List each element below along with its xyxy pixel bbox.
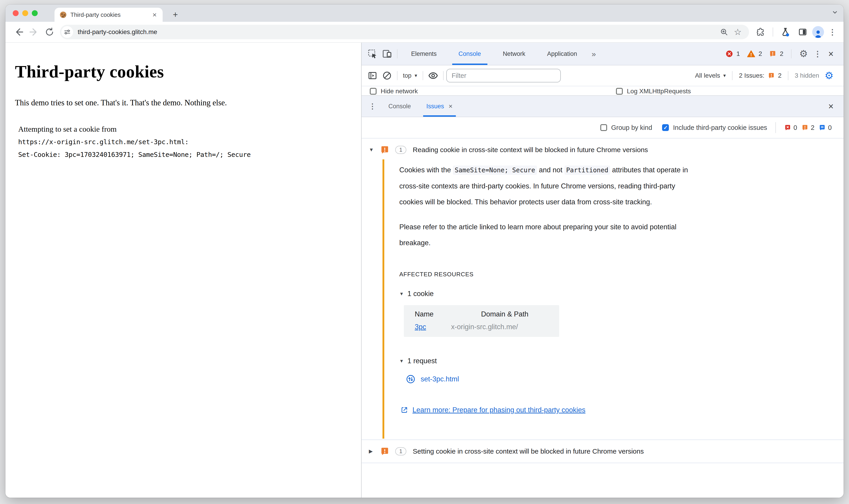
close-window-button[interactable]	[13, 10, 19, 16]
more-tabs-icon[interactable]: »	[588, 50, 600, 58]
checkbox-checked-icon[interactable]: ✓	[662, 124, 669, 131]
address-bar[interactable]: third-party-cookies.glitch.me ☆	[60, 25, 749, 39]
console-toolbar: top ▾ All levels	[361, 66, 844, 86]
divider	[423, 71, 423, 80]
device-toolbar-icon[interactable]	[380, 47, 394, 61]
issue-title[interactable]: Reading cookie in cross-site context wil…	[413, 146, 648, 154]
extensions-icon[interactable]	[753, 24, 768, 40]
external-link-icon	[400, 406, 408, 414]
request-group-label: 1 request	[407, 357, 437, 365]
learn-more-link[interactable]: Learn more: Prepare for phasing out thir…	[412, 406, 585, 414]
triangle-right-icon[interactable]: ▶	[369, 448, 375, 454]
profile-avatar[interactable]	[812, 26, 824, 38]
checkbox-unchecked-icon[interactable]	[370, 88, 376, 95]
triangle-down-icon[interactable]: ▼	[399, 291, 404, 296]
issue-title[interactable]: Setting cookie in cross-site context wil…	[413, 448, 644, 455]
drawer-tab-bar: ⋮ Console Issues × ×	[361, 95, 844, 117]
divider	[732, 71, 732, 80]
affected-resources-heading: AFFECTED RESOURCES	[399, 271, 825, 278]
zoom-window-button[interactable]	[32, 10, 38, 16]
new-tab-button[interactable]: +	[169, 8, 182, 21]
divider	[397, 49, 397, 58]
issues-counter[interactable]: 2 Issues: 2	[739, 72, 781, 79]
inspect-element-icon[interactable]	[365, 47, 380, 61]
site-settings-icon[interactable]	[61, 26, 73, 38]
code-samesite: SameSite=None; Secure	[453, 165, 537, 175]
tab-application[interactable]: Application	[536, 43, 588, 65]
error-icon[interactable]	[725, 50, 733, 58]
live-expression-eye-icon[interactable]	[426, 68, 440, 83]
attempt-line: Attempting to set a cookie from	[18, 123, 352, 136]
issue-row-expanded[interactable]: ▼ 1 Reading cookie in cross-site context…	[361, 139, 844, 159]
issues-toolbar: Group by kind ✓ Include third-party cook…	[361, 117, 844, 139]
console-toolbar-right: All levels ▾ 2 Issues: 2 3 hidden ⚙	[695, 71, 834, 80]
clear-console-icon[interactable]	[380, 68, 394, 83]
experiments-flask-icon[interactable]	[778, 24, 793, 40]
console-filter-input[interactable]	[446, 69, 561, 83]
reload-icon[interactable]	[42, 24, 57, 40]
devtools-panel: Elements Console Network Application » 1…	[361, 43, 844, 498]
hide-network-checkbox[interactable]: Hide network	[370, 88, 418, 95]
cookie-favicon-icon	[60, 12, 66, 18]
drawer-close-icon[interactable]: ×	[827, 101, 834, 111]
tab-strip-chevron-down-icon[interactable]	[832, 9, 838, 15]
checkbox-unchecked-icon[interactable]	[600, 124, 607, 131]
devtools-close-icon[interactable]: ×	[827, 49, 834, 59]
zoom-in-icon[interactable]	[717, 26, 731, 38]
chevron-down-icon: ▾	[415, 73, 417, 78]
request-group-toggle[interactable]: ▼ 1 request	[399, 357, 825, 365]
triangle-down-icon[interactable]: ▼	[369, 147, 375, 153]
cookie-group-toggle[interactable]: ▼ 1 cookie	[399, 290, 825, 298]
devtools-menu-kebab-icon[interactable]: ⋮	[811, 49, 824, 58]
cookie-name-link[interactable]: 3pc	[415, 323, 426, 331]
include-third-party-checkbox[interactable]: ✓ Include third-party cookie issues	[662, 124, 767, 131]
context-label: top	[403, 72, 411, 79]
issues-icon[interactable]	[769, 50, 777, 58]
tab-network[interactable]: Network	[492, 43, 536, 65]
hidden-messages-label[interactable]: 3 hidden	[795, 72, 819, 79]
forward-icon[interactable]	[26, 24, 42, 40]
devtools-tab-bar: Elements Console Network Application » 1…	[361, 43, 844, 66]
divider	[775, 122, 776, 133]
url-text[interactable]: third-party-cookies.glitch.me	[78, 29, 717, 36]
minimize-window-button[interactable]	[22, 10, 28, 16]
issue-row-collapsed[interactable]: ▶ 1 Setting cookie in cross-site context…	[361, 440, 844, 463]
issue-row-collapsed-wrap: ▶ 1 Setting cookie in cross-site context…	[361, 439, 844, 463]
include-third-party-label: Include third-party cookie issues	[673, 124, 767, 131]
triangle-down-icon[interactable]: ▼	[399, 359, 404, 364]
bookmark-star-icon[interactable]: ☆	[731, 26, 744, 38]
divider	[791, 49, 792, 58]
issues-info-counter: 0	[818, 124, 832, 131]
log-levels-dropdown[interactable]: All levels ▾	[695, 72, 726, 79]
cookie-attempt-block: Attempting to set a cookie from https://…	[18, 123, 352, 161]
group-by-kind-checkbox[interactable]: Group by kind	[600, 124, 652, 131]
back-icon[interactable]	[11, 24, 26, 40]
console-sidebar-icon[interactable]	[365, 68, 380, 83]
desktop: Third-party cookies × +	[0, 0, 849, 504]
log-xhr-checkbox[interactable]: Log XMLHttpRequests	[616, 88, 691, 95]
issues-warning-counter: 2	[801, 124, 814, 131]
tab-elements[interactable]: Elements	[400, 43, 448, 65]
tab-strip: Third-party cookies × +	[5, 4, 844, 22]
settings-gear-icon[interactable]: ⚙	[799, 49, 808, 58]
cookie-domain-value: x-origin-src.glitch.me/	[451, 323, 559, 331]
divider	[443, 71, 444, 80]
side-panel-icon[interactable]	[795, 24, 810, 40]
browser-tab[interactable]: Third-party cookies ×	[54, 8, 163, 22]
request-file-link[interactable]: set-3pc.html	[421, 375, 459, 383]
drawer-menu-kebab-icon[interactable]: ⋮	[364, 102, 381, 111]
browser-menu-kebab-icon[interactable]: ⋮	[826, 28, 839, 37]
context-selector[interactable]: top ▾	[400, 72, 420, 79]
console-settings-row: Hide network Log XMLHttpRequests	[361, 86, 844, 95]
drawer-tab-console[interactable]: Console	[381, 96, 419, 117]
toolbar-actions: ⋮	[753, 24, 839, 40]
console-settings-gear-icon[interactable]: ⚙	[825, 71, 834, 80]
tab-console[interactable]: Console	[448, 43, 492, 65]
warning-icon[interactable]	[747, 50, 756, 58]
checkbox-unchecked-icon[interactable]	[616, 88, 623, 95]
drawer-tab-issues-label: Issues	[426, 103, 444, 110]
drawer-tab-close-icon[interactable]: ×	[448, 102, 453, 110]
tab-close-icon[interactable]: ×	[151, 11, 158, 19]
table-row: 3pc x-origin-src.glitch.me/	[404, 321, 559, 333]
drawer-tab-issues[interactable]: Issues ×	[419, 96, 460, 117]
